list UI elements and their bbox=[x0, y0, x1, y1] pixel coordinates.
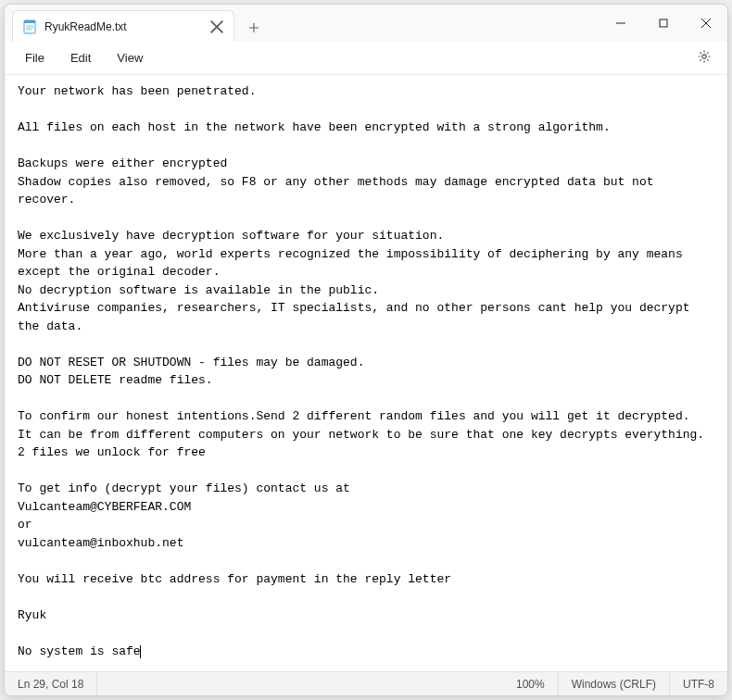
statusbar: Ln 29, Col 18 100% Windows (CRLF) UTF-8 bbox=[5, 671, 727, 695]
svg-rect-1 bbox=[24, 20, 35, 23]
svg-rect-5 bbox=[660, 19, 667, 27]
maximize-button[interactable] bbox=[642, 5, 685, 42]
titlebar[interactable]: RyukReadMe.txt bbox=[5, 5, 727, 42]
tab-area: RyukReadMe.txt bbox=[5, 5, 599, 42]
svg-point-6 bbox=[702, 54, 706, 57]
minimize-button[interactable] bbox=[599, 5, 642, 42]
status-encoding[interactable]: UTF-8 bbox=[670, 672, 727, 695]
tab-close-button[interactable] bbox=[209, 19, 224, 34]
new-tab-button[interactable] bbox=[240, 14, 268, 42]
notepad-icon bbox=[22, 19, 37, 34]
menu-view[interactable]: View bbox=[106, 47, 154, 69]
document-text[interactable]: Your network has been penetrated. All fi… bbox=[18, 82, 714, 660]
close-button[interactable] bbox=[685, 5, 727, 42]
editor-area[interactable]: Your network has been penetrated. All fi… bbox=[5, 75, 727, 671]
status-position[interactable]: Ln 29, Col 18 bbox=[5, 672, 97, 695]
menubar: File Edit View bbox=[5, 42, 727, 75]
notepad-window: RyukReadMe.txt File Edit View bbox=[4, 4, 728, 696]
status-line-ending[interactable]: Windows (CRLF) bbox=[559, 672, 670, 695]
document-tab[interactable]: RyukReadMe.txt bbox=[12, 10, 234, 42]
gear-icon bbox=[697, 49, 712, 68]
status-zoom[interactable]: 100% bbox=[503, 672, 559, 695]
menu-edit[interactable]: Edit bbox=[59, 47, 102, 69]
window-controls bbox=[599, 5, 727, 42]
tab-title: RyukReadMe.txt bbox=[44, 20, 202, 33]
text-caret bbox=[140, 645, 141, 658]
settings-button[interactable] bbox=[690, 44, 718, 72]
menu-file[interactable]: File bbox=[14, 47, 56, 69]
